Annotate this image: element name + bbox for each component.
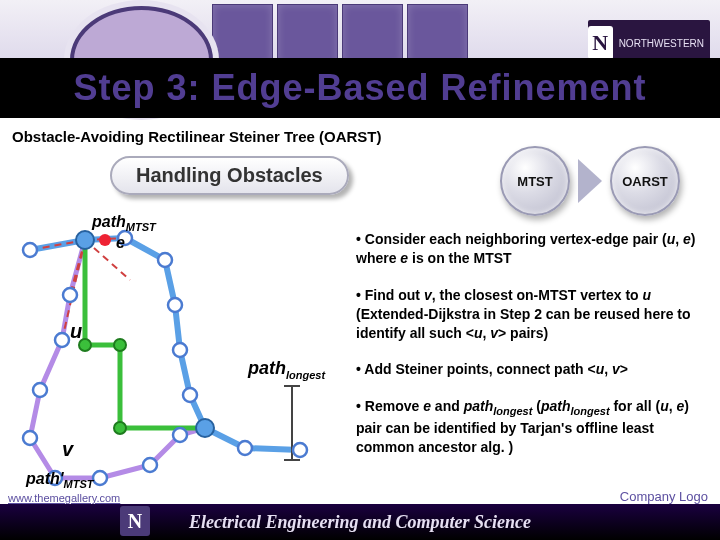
label-path-prime-mtst: path'MTST xyxy=(26,470,94,490)
svg-point-20 xyxy=(23,431,37,445)
pipeline-from-badge: MTST xyxy=(500,146,570,216)
label-u: u xyxy=(70,320,82,343)
svg-point-17 xyxy=(63,288,77,302)
bullet-list: • Consider each neighboring vertex-edge … xyxy=(356,230,702,475)
svg-point-29 xyxy=(114,422,126,434)
footer-dept: Electrical Engineering and Computer Scie… xyxy=(0,504,720,540)
svg-point-25 xyxy=(76,231,94,249)
bullet-1: • Consider each neighboring vertex-edge … xyxy=(356,230,702,268)
svg-point-22 xyxy=(93,471,107,485)
bullet-4: • Remove e and pathlongest (pathlongest … xyxy=(356,397,702,456)
footer-bar: N Electrical Engineering and Computer Sc… xyxy=(0,504,720,540)
bullet-2: • Find out v, the closest on-MTST vertex… xyxy=(356,286,702,343)
label-path-longest: pathlongest xyxy=(248,358,325,381)
svg-point-28 xyxy=(114,339,126,351)
svg-point-19 xyxy=(33,383,47,397)
footer-n-icon: N xyxy=(120,506,150,536)
nu-n-icon: N xyxy=(588,26,613,60)
svg-point-14 xyxy=(183,388,197,402)
svg-point-24 xyxy=(173,428,187,442)
label-v: v xyxy=(62,438,73,461)
svg-point-18 xyxy=(55,333,69,347)
nu-label: NORTHWESTERN xyxy=(619,38,704,49)
svg-point-11 xyxy=(158,253,172,267)
subtitle-oarst: Obstacle-Avoiding Rectilinear Steiner Tr… xyxy=(12,128,382,145)
subtitle-pill: Handling Obstacles xyxy=(110,156,349,195)
theme-gallery-link[interactable]: www.themegallery.com xyxy=(8,492,120,504)
svg-point-9 xyxy=(23,243,37,257)
title-bar: Step 3: Edge-Based Refinement xyxy=(0,58,720,118)
subtitle-handling: Handling Obstacles xyxy=(136,164,323,186)
label-e: e xyxy=(116,234,125,252)
label-path-mtst: pathMTST xyxy=(92,213,156,233)
chevron-right-icon xyxy=(578,159,602,203)
pipeline-to-badge: OARST xyxy=(610,146,680,216)
bullet-3: • Add Steiner points, connect path <u, v… xyxy=(356,360,702,379)
svg-point-13 xyxy=(173,343,187,357)
svg-point-26 xyxy=(196,419,214,437)
company-logo: Company Logo xyxy=(620,489,708,504)
svg-point-15 xyxy=(238,441,252,455)
svg-point-5 xyxy=(99,234,111,246)
svg-point-16 xyxy=(293,443,307,457)
svg-point-12 xyxy=(168,298,182,312)
slide-title: Step 3: Edge-Based Refinement xyxy=(0,58,720,118)
svg-point-23 xyxy=(143,458,157,472)
pipeline: MTST OARST xyxy=(500,146,680,216)
